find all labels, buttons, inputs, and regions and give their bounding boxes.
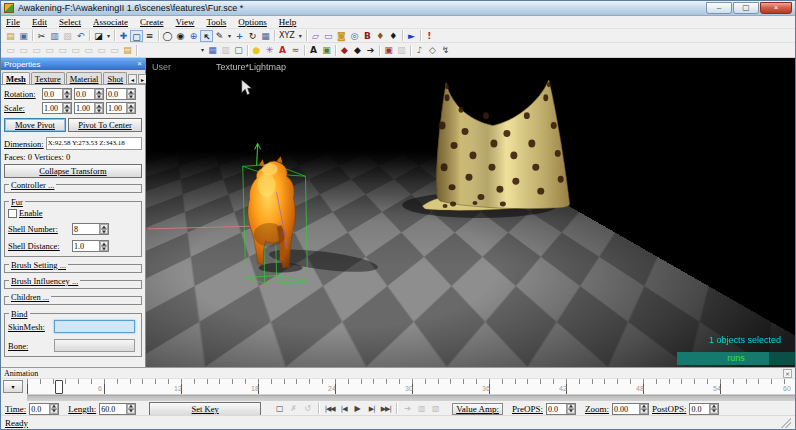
scale-x-field[interactable]: 1.00 [42, 102, 72, 114]
scale-z-field[interactable]: 1.00 [106, 102, 136, 114]
zoom-tool-icon[interactable]: ◉ [174, 30, 187, 42]
spin-down-icon[interactable] [127, 94, 135, 99]
brush-influencey-label[interactable]: Brush Influencey ... [9, 276, 80, 286]
distribute-h-icon[interactable]: ▭ [82, 44, 95, 56]
loop-icon[interactable]: ↺ [302, 404, 313, 413]
minimize-button[interactable]: – [706, 2, 732, 14]
bone-button[interactable] [54, 339, 135, 352]
erase-dropdown-icon[interactable]: ▾ [105, 30, 112, 42]
size-match-icon[interactable]: ▭ [108, 44, 121, 56]
next-frame-icon[interactable]: ▶| [366, 405, 377, 413]
spin-down-icon[interactable] [710, 409, 718, 414]
spin-down-icon[interactable] [95, 108, 103, 113]
brush-influencey-group[interactable]: Brush Influencey ... [4, 280, 142, 289]
new-key-icon[interactable]: ▢ [274, 404, 285, 413]
arrow-car-icon[interactable]: ➔ [364, 44, 377, 56]
tab-scroll-left-icon[interactable]: ◂ [128, 74, 137, 84]
postops-value[interactable]: 0.0 [690, 404, 709, 414]
length-value[interactable]: 60.0 [100, 404, 126, 414]
viewport-mode-label[interactable]: Texture*Lightmap [216, 62, 286, 72]
resize-grip[interactable] [781, 418, 791, 428]
zoom-field[interactable]: 0.00 [612, 403, 649, 415]
prev-frame-icon[interactable]: |◀ [338, 405, 349, 413]
spin-down-icon[interactable] [127, 409, 135, 414]
move-icon[interactable]: + [233, 30, 246, 42]
menu-view[interactable]: View [176, 17, 195, 27]
lock-icon[interactable]: ◙ [335, 30, 348, 42]
red-a-icon[interactable]: A [276, 44, 289, 56]
link-icon[interactable]: ✚ [117, 30, 130, 42]
scale-x-value[interactable]: 1.00 [43, 103, 62, 113]
menu-edit[interactable]: Edit [32, 17, 47, 27]
skinmesh-button[interactable] [54, 320, 135, 333]
postops-field[interactable]: 0.0 [689, 403, 719, 415]
align-middle-icon[interactable]: ▭ [56, 44, 69, 56]
distribute-v-icon[interactable]: ▭ [95, 44, 108, 56]
delete-key-icon[interactable]: ✗ [288, 404, 299, 413]
chart-icon[interactable]: ▦ [206, 44, 219, 56]
align-bottom-icon[interactable]: ▭ [69, 44, 82, 56]
vehicle-icon[interactable]: ♦ [374, 30, 387, 42]
controller-group-label[interactable]: Controller ... [9, 180, 56, 190]
timeline-ruler[interactable]: 6 12 18 24 30 36 42 48 54 60 [27, 379, 795, 395]
pen-icon[interactable]: ✎ [213, 30, 226, 42]
copy-icon[interactable]: ▥ [48, 30, 61, 42]
spin-down-icon[interactable] [100, 229, 108, 234]
list-icon[interactable]: ≡ [143, 30, 156, 42]
save-icon[interactable]: ▣ [17, 30, 30, 42]
grid-icon[interactable]: ▦ [259, 30, 272, 42]
pen-dropdown-icon[interactable]: ▾ [226, 30, 233, 42]
spin-down-icon[interactable] [95, 94, 103, 99]
runner-icon[interactable]: ↯ [439, 44, 452, 56]
cloth-model[interactable] [422, 80, 570, 211]
close-button[interactable]: × [760, 2, 792, 14]
go-arrow-icon[interactable]: ➔ [402, 404, 413, 413]
time-field[interactable]: 0.0 [29, 403, 59, 415]
black-car-icon[interactable]: ◆ [351, 44, 364, 56]
set-key-button[interactable]: Set Key [149, 402, 261, 416]
shell-distance-field[interactable]: 1.0 [72, 240, 109, 252]
go-to-start-icon[interactable]: |◀◀ [324, 405, 335, 413]
menu-help[interactable]: Help [279, 17, 297, 27]
window-mode-icon[interactable]: ▢ [130, 30, 143, 42]
rotation-z-value[interactable]: 0.0 [107, 89, 126, 99]
children-group-label[interactable]: Children ... [9, 292, 51, 302]
region-icon[interactable]: ▢ [232, 44, 245, 56]
diamond-icon[interactable]: ◇ [426, 44, 439, 56]
align-right-icon[interactable]: ▭ [30, 44, 43, 56]
folder-icon[interactable]: ▤ [121, 44, 134, 56]
open-icon[interactable]: ▤ [4, 30, 17, 42]
select-cursor-icon[interactable]: ➔ [200, 30, 213, 42]
maximize-button[interactable]: ▢ [733, 2, 759, 14]
tab-shot[interactable]: Shot [103, 72, 127, 84]
children-group[interactable]: Children ... [4, 296, 142, 305]
brush-setting-group[interactable]: Brush Setting ... [4, 264, 142, 273]
bind-group-label[interactable]: Bind [9, 309, 30, 319]
erase-icon[interactable]: ◪ [92, 30, 105, 42]
shell-distance-value[interactable]: 1.0 [73, 241, 99, 251]
brush-setting-label[interactable]: Brush Setting ... [9, 260, 68, 270]
menu-associate[interactable]: Associate [93, 17, 128, 27]
bold-b-icon[interactable]: B [361, 30, 374, 42]
rotation-y-field[interactable]: 0.0 [74, 88, 104, 100]
wave-icon[interactable]: ≈ [289, 44, 302, 56]
tab-texture[interactable]: Texture [31, 72, 65, 84]
enable-checkbox[interactable] [8, 209, 17, 218]
cut-icon[interactable]: ✂ [35, 30, 48, 42]
preops-value[interactable]: 0.0 [547, 404, 566, 414]
menu-file[interactable]: File [6, 17, 20, 27]
spin-down-icon[interactable] [100, 246, 108, 251]
light-icon[interactable]: ● [250, 44, 263, 56]
rotate-icon[interactable]: ↻ [246, 30, 259, 42]
zoom-value[interactable]: 0.00 [613, 404, 639, 414]
image-icon[interactable]: ▣ [320, 44, 333, 56]
scale-z-value[interactable]: 1.00 [107, 103, 126, 113]
menu-tools[interactable]: Tools [206, 17, 226, 27]
rotation-x-value[interactable]: 0.0 [43, 89, 62, 99]
move-pivot-button[interactable]: Move Pivot [4, 118, 66, 132]
tab-mesh[interactable]: Mesh [2, 72, 30, 84]
bounding-box2-icon[interactable]: ▭ [322, 30, 335, 42]
timeline-dropdown-icon[interactable]: ▾ [3, 380, 23, 393]
play-icon[interactable]: ► [405, 30, 418, 42]
spin-down-icon[interactable] [640, 409, 648, 414]
